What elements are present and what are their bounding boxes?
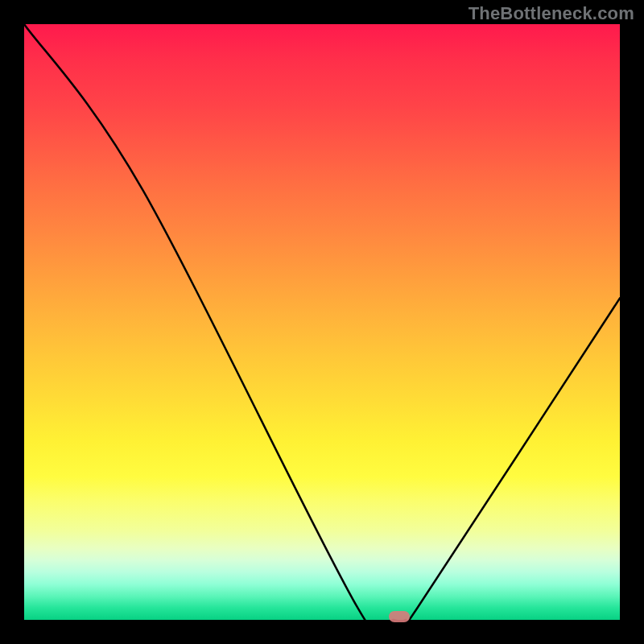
optimal-point-marker bbox=[389, 611, 410, 622]
bottleneck-curve bbox=[24, 24, 620, 620]
chart-plot-area bbox=[24, 24, 620, 620]
curve-path bbox=[24, 24, 620, 620]
watermark-text: TheBottleneck.com bbox=[469, 3, 634, 24]
